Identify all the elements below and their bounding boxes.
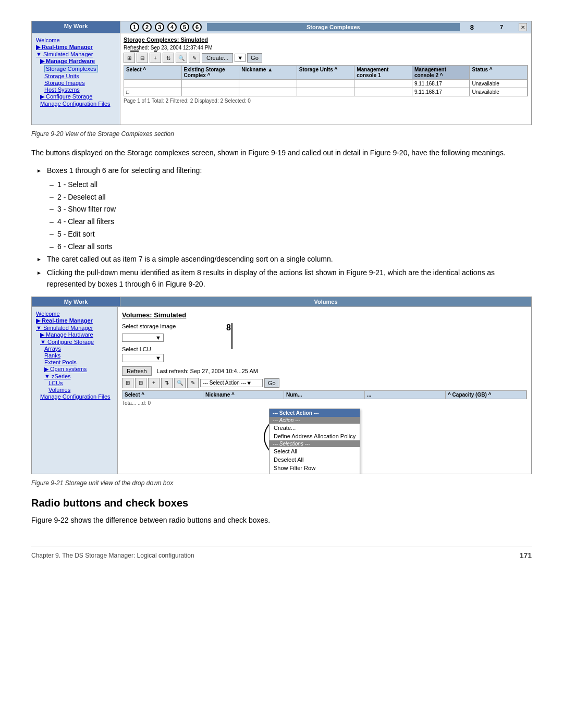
sidebar2-volumes[interactable]: Volumes: [48, 387, 113, 393]
sidebar2-arrays[interactable]: Arrays: [44, 346, 113, 352]
last-refresh-text: Last refresh: Sep 27, 2004 10:4...25 AM: [156, 368, 258, 374]
table-row-2: □ 9.11.168.17 Unavailable: [124, 88, 528, 96]
sidebar-manage-hw[interactable]: ▶ Manage Hardware: [40, 58, 116, 65]
select-lcu-dropdown[interactable]: ▼: [122, 354, 164, 362]
toolbar2-btn-1[interactable]: ⊞: [122, 378, 133, 388]
toolbar2-btn-3[interactable]: +: [148, 378, 160, 388]
dropdown-arrow: ▼: [237, 55, 243, 61]
toolbar2-btn-5[interactable]: 🔍: [174, 378, 186, 388]
sidebar2-lcus[interactable]: LCUs: [48, 380, 113, 386]
row2-units: [297, 88, 355, 96]
col2-nickname: Nickname ^: [203, 391, 284, 399]
action-select-label: --- Select Action ---: [203, 380, 246, 386]
dropdown-header-select[interactable]: --- Select Action ---: [270, 409, 360, 417]
sidebar-storage-units[interactable]: Storage Units: [44, 73, 116, 79]
row1-mc1: [354, 80, 412, 88]
figure1-container: My Work 1 2 3 4 5 6 Storage Complexes 8 …: [31, 21, 532, 125]
sidebar-welcome[interactable]: Welcome: [36, 37, 116, 43]
sidebar2-manage-config[interactable]: Manage Configuration Files: [40, 393, 113, 400]
action-select-arrow: ▼: [246, 380, 252, 386]
sidebar-configure-storage[interactable]: ▶ Configure Storage: [40, 93, 116, 100]
figure1-table-header: Select ^ Existing Storage Complex ^ Nick…: [124, 65, 528, 80]
figure1-body: Welcome ▶ Real-time Manager ▼ Simulated …: [32, 33, 531, 125]
sidebar2-manage-hw[interactable]: ▶ Manage Hardware: [40, 331, 113, 338]
select-storage-dropdown[interactable]: ▼: [122, 334, 164, 342]
sidebar2-zseries[interactable]: ▼ zSeries: [44, 373, 113, 379]
close-button[interactable]: ✕: [519, 23, 527, 31]
dropdown-clear-filters[interactable]: Clear All Filters: [270, 472, 360, 474]
action-select-dropdown[interactable]: --- Select Action --- ▼: [200, 379, 263, 387]
figure1-sidebar: Welcome ▶ Real-time Manager ▼ Simulated …: [32, 33, 120, 125]
bullet-list: Boxes 1 through 6 are for selecting and …: [47, 165, 532, 290]
dropdown-show-filter[interactable]: Show Filter Row: [270, 464, 360, 472]
toolbar-btn-4[interactable]: ⇅: [163, 53, 174, 63]
sidebar-simulated[interactable]: ▼ Simulated Manager: [36, 51, 116, 57]
sub-item-5: 5 - Edit sort: [57, 228, 532, 241]
sidebar2-simulated[interactable]: ▼ Simulated Manager: [36, 325, 113, 331]
sidebar2-extents[interactable]: Extent Pools: [44, 359, 113, 365]
lcu-dropdown-arrow: ▼: [155, 355, 161, 361]
col-nickname: Nickname ▲: [239, 66, 297, 79]
refresh-button[interactable]: Refresh: [122, 366, 152, 376]
sub-item-1: 1 - Select all: [57, 179, 532, 191]
sidebar2-realtime[interactable]: ▶ Real-time Manager: [36, 317, 113, 324]
figure2-header: My Work Volumes: [32, 297, 531, 307]
sidebar-storage-complexes[interactable]: Storage Complexes: [44, 65, 116, 72]
go-button-2[interactable]: Go: [264, 378, 279, 388]
toolbar-btn-2[interactable]: ⊟: [137, 53, 148, 63]
figure1-refresh-text: Refreshed: Sep 23, 2004 12:37:44 PM: [124, 45, 528, 51]
dropdown-deselect-all[interactable]: Deselect All: [270, 455, 360, 464]
select-storage-label: Select storage image: [122, 323, 527, 329]
radio-section-title: Radio buttons and check boxes: [31, 497, 532, 509]
sub-item-3: 3 - Show filter row: [57, 203, 532, 216]
figure1-footer: Page 1 of 1 Total: 2 Filtered: 2 Display…: [124, 98, 528, 104]
figure1-caption: Figure 9-20 View of the Storage Complexe…: [31, 130, 532, 138]
radio-section-body: Figure 9-22 shows the difference between…: [31, 514, 532, 526]
row2-mc2: 9.11.168.17: [412, 88, 470, 96]
footer-chapter: Chapter 9. The DS Storage Manager: Logic…: [31, 552, 194, 559]
sidebar2-welcome[interactable]: Welcome: [36, 311, 113, 317]
sidebar-realtime[interactable]: ▶ Real-time Manager: [36, 44, 116, 51]
toolbar2-btn-6[interactable]: ✎: [187, 378, 199, 388]
toolbar-btn-6[interactable]: ✎: [189, 53, 200, 63]
col2-select: Select ^: [123, 391, 203, 399]
sidebar-storage-images[interactable]: Storage Images: [44, 80, 116, 86]
row1-nickname: [239, 80, 297, 88]
toolbar2-btn-2[interactable]: ⊟: [135, 378, 146, 388]
badge-6: 6: [192, 22, 202, 32]
sidebar2-configure[interactable]: ▼ Configure Storage: [40, 339, 113, 345]
action-dropdown[interactable]: ▼: [235, 54, 246, 62]
sidebar-manage-config[interactable]: Manage Configuration Files: [40, 101, 116, 107]
dropdown-select-all[interactable]: Select All: [270, 447, 360, 455]
figure2-container: My Work Volumes Welcome ▶ Real-time Mana…: [31, 297, 532, 474]
col2-num: Num...: [284, 391, 365, 399]
toolbar2-btn-4[interactable]: ⇅: [161, 378, 173, 388]
row2-status: Unavailable: [470, 88, 528, 96]
sidebar-host-systems[interactable]: Host Systems: [44, 87, 116, 93]
go-button[interactable]: Go: [247, 53, 262, 63]
badge-1: 1: [130, 22, 139, 32]
sub-item-6: 6 - Clear all sorts: [57, 241, 532, 253]
figure2-main-title: Volumes: [120, 297, 531, 306]
toolbar-btn-5[interactable]: 🔍: [176, 53, 187, 63]
dropdown-create[interactable]: Create...: [270, 424, 360, 432]
badge-2: 2: [142, 22, 152, 32]
dropdown-menu: --- Select Action --- --- Action --- Cre…: [269, 409, 360, 474]
number8-container: ▼ 8: [122, 334, 164, 342]
annotation-8: 8: [226, 323, 231, 332]
figure1-sidebar-title: My Work: [32, 21, 120, 33]
col-mc1: Management console 1: [354, 66, 412, 79]
col2-capacity: ^ Capacity (GB) ^: [446, 391, 527, 399]
dropdown-define[interactable]: Define Address Allocation Policy: [270, 432, 360, 440]
toolbar-btn-3[interactable]: +: [150, 53, 161, 63]
sidebar2-opensys[interactable]: ▶ Open systems: [44, 366, 113, 373]
col2-misc: ...: [365, 391, 446, 399]
sidebar2-ranks[interactable]: Ranks: [44, 352, 113, 359]
vertical-annotation-line: [231, 323, 232, 349]
figure2-caption: Figure 9-21 Storage unit view of the dro…: [31, 479, 532, 487]
table-row-1: 9.11.168.17 Unavailable: [124, 80, 528, 88]
create-button[interactable]: Create...: [202, 53, 233, 63]
bullet-item-3: Clicking the pull-down menu identified a…: [47, 267, 532, 290]
figure2-table-header: Select ^ Nickname ^ Num... ... ^ Capacit…: [122, 390, 527, 399]
toolbar-btn-1[interactable]: ⊞: [124, 53, 135, 63]
